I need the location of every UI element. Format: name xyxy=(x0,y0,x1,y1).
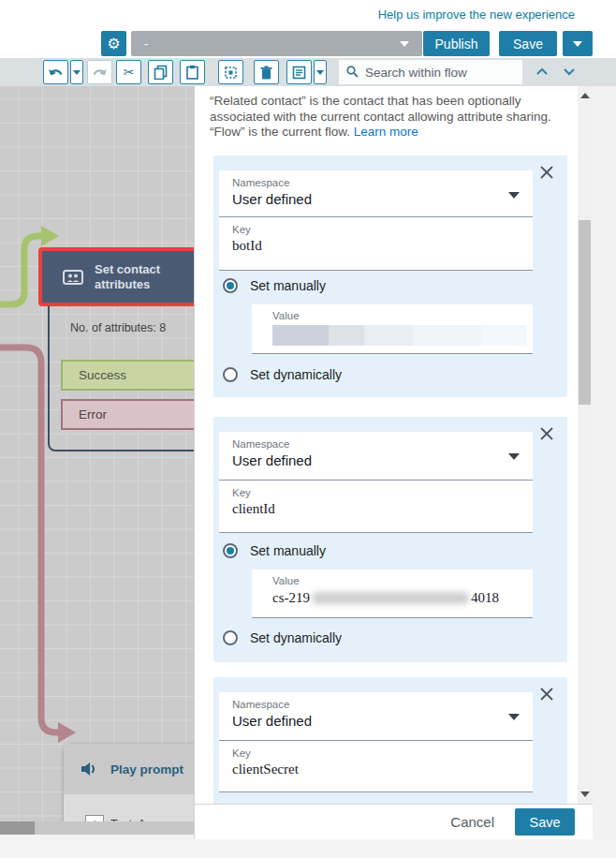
radio-selected-icon xyxy=(223,543,238,558)
key-field[interactable]: Key clientSecret xyxy=(219,741,533,792)
success-connector-line xyxy=(0,236,42,304)
panel-vertical-scrollbar[interactable] xyxy=(578,86,593,804)
redacted-value xyxy=(312,592,469,604)
flow-name-select[interactable]: - xyxy=(131,31,422,56)
field-label: Value xyxy=(272,575,533,586)
set-contact-attributes-block[interactable]: Set contact attributes xyxy=(38,247,194,306)
undo-icon xyxy=(48,67,64,79)
close-icon[interactable] xyxy=(539,426,554,441)
cancel-button[interactable]: Cancel xyxy=(450,814,494,830)
feedback-link[interactable]: Help us improve the new experience xyxy=(378,7,575,22)
panel-save-button[interactable]: Save xyxy=(515,808,575,836)
value-field[interactable]: Value cs-219 4018 xyxy=(252,570,533,618)
close-icon[interactable] xyxy=(539,687,554,702)
undo-button[interactable] xyxy=(43,60,68,84)
flow-canvas[interactable]: Set contact attributes No. of attributes… xyxy=(0,86,194,821)
description-line: “Related contact” is the contact that ha… xyxy=(210,94,521,108)
copy-icon xyxy=(154,65,168,80)
attribute-card: Namespace User defined Key clientSecret xyxy=(213,677,567,804)
search-next-button[interactable] xyxy=(563,67,576,76)
expand-row-button[interactable]: + xyxy=(85,815,104,821)
set-dynamically-radio[interactable]: Set dynamically xyxy=(223,367,342,382)
panel-footer: Cancel Save xyxy=(195,804,594,839)
field-label: Namespace xyxy=(232,438,520,450)
background-strip xyxy=(593,86,616,839)
chevron-down-icon[interactable] xyxy=(508,453,520,460)
chevron-down-icon[interactable] xyxy=(508,714,520,720)
search-field-wrap xyxy=(339,60,522,84)
namespace-value: User defined xyxy=(232,713,520,729)
copy-button[interactable] xyxy=(148,60,173,84)
attribute-card: Namespace User defined Key botId Set man… xyxy=(213,155,567,397)
namespace-field[interactable]: Namespace User defined xyxy=(219,692,533,741)
annotations-button[interactable] xyxy=(286,60,312,84)
properties-panel: “Related contact” is the contact that ha… xyxy=(194,86,593,839)
search-icon xyxy=(346,66,359,78)
speaker-icon xyxy=(81,761,99,777)
set-dynamically-radio[interactable]: Set dynamically xyxy=(223,630,342,645)
description-line: “Flow” is the current flow. xyxy=(210,125,350,139)
flow-connectors xyxy=(0,86,194,821)
field-label: Namespace xyxy=(232,699,520,710)
error-connector-line xyxy=(0,348,59,732)
chevron-down-icon xyxy=(73,70,81,75)
gear-icon: ⚙ xyxy=(107,35,120,52)
trash-icon xyxy=(260,66,272,80)
settings-button[interactable]: ⚙ xyxy=(101,31,126,56)
delete-button[interactable] xyxy=(254,60,279,84)
search-input[interactable] xyxy=(339,60,522,84)
field-label: Namespace xyxy=(232,177,520,188)
attribute-card: Namespace User defined Key clientId Set … xyxy=(213,417,567,662)
redo-button[interactable] xyxy=(87,60,112,84)
key-field[interactable]: Key botId xyxy=(219,217,533,271)
play-prompt-block-header[interactable]: Play prompt xyxy=(64,744,194,794)
annotations-menu-button[interactable] xyxy=(314,60,327,84)
paste-icon xyxy=(185,65,199,80)
marquee-select-icon xyxy=(224,66,238,80)
notes-icon xyxy=(292,66,306,80)
radio-label: Set manually xyxy=(250,278,326,293)
play-prompt-block[interactable]: Play prompt + Text: An error occ Success xyxy=(64,744,194,821)
radio-label: Set dynamically xyxy=(250,630,342,645)
chevron-down-icon xyxy=(565,69,574,74)
radio-selected-icon xyxy=(223,278,238,293)
field-label: Key xyxy=(232,224,520,235)
namespace-field[interactable]: Namespace User defined xyxy=(219,432,533,481)
select-area-button[interactable] xyxy=(218,60,243,84)
undo-menu-button[interactable] xyxy=(70,60,83,84)
top-bar: Help us improve the new experience ⚙ - P… xyxy=(0,0,616,58)
branch-error[interactable]: Error xyxy=(61,399,194,430)
cut-button[interactable]: ✂ xyxy=(116,60,141,84)
save-button[interactable]: Save xyxy=(499,31,557,56)
chevron-down-icon[interactable] xyxy=(508,192,520,199)
contact-attributes-icon xyxy=(63,270,83,285)
properties-panel-scroll-area: “Related contact” is the contact that ha… xyxy=(195,86,594,804)
radio-label: Set manually xyxy=(250,543,326,558)
canvas-horizontal-scrollbar[interactable] xyxy=(0,821,194,835)
flow-toolbar: ✂ xyxy=(0,58,616,86)
arrowhead-icon xyxy=(41,226,59,246)
block-title: Play prompt xyxy=(110,762,183,777)
scroll-up-icon[interactable] xyxy=(580,93,590,98)
publish-button[interactable]: Publish xyxy=(423,31,490,56)
scroll-down-icon[interactable] xyxy=(580,791,590,797)
set-manually-radio[interactable]: Set manually xyxy=(223,278,326,293)
save-menu-button[interactable] xyxy=(563,31,593,56)
set-manually-radio[interactable]: Set manually xyxy=(223,543,326,558)
value-field[interactable]: Value xyxy=(252,304,533,354)
close-icon[interactable] xyxy=(539,165,554,180)
scrollbar-thumb[interactable] xyxy=(0,821,35,835)
flow-name-value: - xyxy=(144,37,148,51)
value-prefix: cs-219 xyxy=(272,590,310,606)
chevron-down-icon xyxy=(316,70,324,75)
paste-button[interactable] xyxy=(180,60,205,84)
redacted-value xyxy=(272,325,527,346)
namespace-field[interactable]: Namespace User defined xyxy=(219,170,533,217)
key-field[interactable]: Key clientId xyxy=(219,481,533,533)
search-prev-button[interactable] xyxy=(535,67,549,76)
branch-success[interactable]: Success xyxy=(61,360,194,391)
key-value: clientSecret xyxy=(232,762,520,777)
field-label: Key xyxy=(232,747,520,759)
scrollbar-thumb[interactable] xyxy=(579,220,591,405)
learn-more-link[interactable]: Learn more xyxy=(354,125,418,139)
